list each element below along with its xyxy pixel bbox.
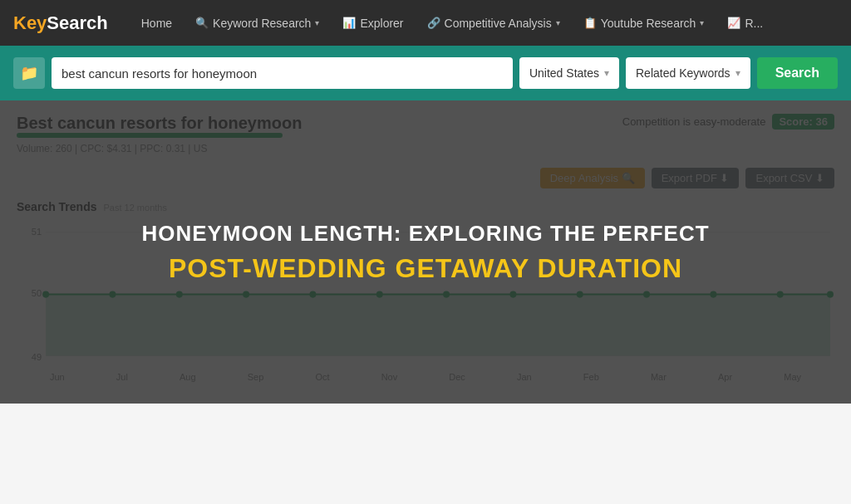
nav-rank-label: R... [745,17,763,30]
chevron-down-icon: ▾ [315,18,319,27]
nav-explorer[interactable]: 📊 Explorer [332,12,413,35]
search-icon: 🔍 [195,17,209,29]
logo[interactable]: Key Search [13,12,108,34]
nav-explorer-label: Explorer [360,17,403,30]
nav-youtube-research[interactable]: 📋 Youtube Research ▾ [573,12,715,35]
nav-home[interactable]: Home [131,12,182,35]
nav-youtube-research-label: Youtube Research [601,17,696,30]
search-button[interactable]: Search [757,57,838,89]
nav-keyword-research-label: Keyword Research [213,17,311,30]
search-type-label: Related Keywords [636,66,730,80]
logo-key-text: Key [13,12,47,34]
overlay: HONEYMOON LENGTH: EXPLORING THE PERFECT … [0,100,851,404]
logo-search-text: Search [47,12,107,34]
nav-competitive-analysis-label: Competitive Analysis [445,17,552,30]
search-input-wrap[interactable] [52,57,513,89]
nav-keyword-research[interactable]: 🔍 Keyword Research ▾ [185,12,329,35]
chevron-down-icon-2: ▾ [556,18,560,27]
search-input[interactable] [61,66,503,81]
main-content: Best cancun resorts for honeymoon Volume… [0,100,851,404]
country-label: United States [529,66,599,80]
search-bar: 📁 United States ▾ Related Keywords ▾ Sea… [0,46,851,100]
folder-icon: 📁 [20,64,38,82]
chart-icon: 📊 [342,17,356,29]
nav-home-label: Home [141,17,172,30]
search-type-dropdown[interactable]: Related Keywords ▾ [626,57,750,89]
navbar: Key Search Home 🔍 Keyword Research ▾ 📊 E… [0,0,851,46]
nav-rank[interactable]: 📈 R... [717,12,773,35]
country-dropdown-arrow: ▾ [604,67,609,79]
country-dropdown[interactable]: United States ▾ [519,57,619,89]
link-icon: 🔗 [427,17,440,29]
youtube-icon: 📋 [583,17,597,29]
folder-button[interactable]: 📁 [13,57,45,89]
overlay-title: HONEYMOON LENGTH: EXPLORING THE PERFECT [141,221,709,247]
nav-competitive-analysis[interactable]: 🔗 Competitive Analysis ▾ [417,12,570,35]
rank-icon: 📈 [727,17,740,29]
search-type-dropdown-arrow: ▾ [735,67,740,79]
chevron-down-icon-3: ▾ [700,18,704,27]
overlay-subtitle: POST-WEDDING GETAWAY DURATION [169,253,682,284]
nav-links: Home 🔍 Keyword Research ▾ 📊 Explorer 🔗 C… [131,12,838,35]
